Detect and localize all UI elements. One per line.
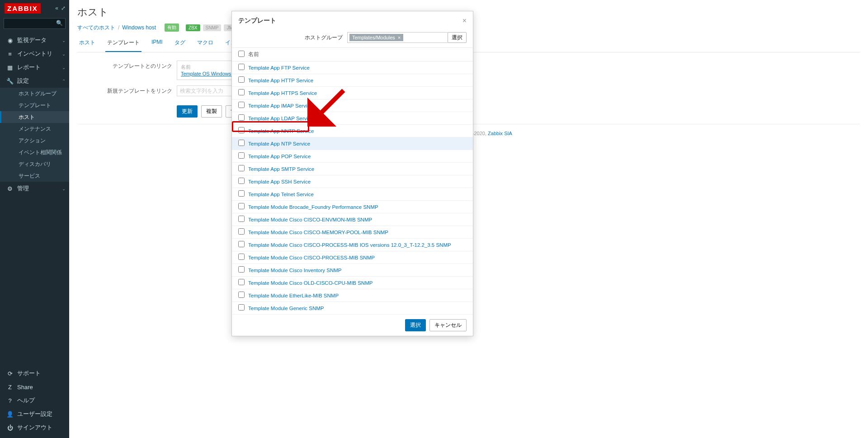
select-all-checkbox[interactable] <box>238 51 245 57</box>
item-link[interactable]: Template App POP Service <box>248 154 311 159</box>
list-item[interactable]: Template App IMAP Service <box>232 99 473 112</box>
nav-help[interactable]: ?ヘルプ <box>0 394 69 407</box>
item-link[interactable]: Template App LDAP Service <box>248 116 313 121</box>
item-link[interactable]: Template Module Brocade_Foundry Performa… <box>248 204 378 210</box>
tab-ipmi[interactable]: IPMI <box>150 36 165 52</box>
list-item[interactable]: Template App NTP Service <box>232 137 473 150</box>
list-item[interactable]: Template Module Cisco CISCO-PROCESS-MIB … <box>232 239 473 251</box>
item-checkbox[interactable] <box>238 292 245 298</box>
item-link[interactable]: Template Module Cisco CISCO-ENVMON-MIB S… <box>248 217 372 222</box>
item-link[interactable]: Template App SMTP Service <box>248 166 314 172</box>
item-link[interactable]: Template App FTP Service <box>248 65 310 71</box>
item-checkbox[interactable] <box>238 178 245 184</box>
item-checkbox[interactable] <box>238 127 245 133</box>
list-item[interactable]: Template Module Cisco CISCO-PROCESS-MIB … <box>232 251 473 264</box>
item-checkbox[interactable] <box>238 152 245 159</box>
item-checkbox[interactable] <box>238 76 245 83</box>
list-item[interactable]: Template App NNTP Service <box>232 125 473 137</box>
item-checkbox[interactable] <box>238 266 245 273</box>
nav-signout[interactable]: ⏻サインアウト <box>0 421 69 434</box>
nav-reports[interactable]: ▦レポート⌄ <box>0 61 69 74</box>
item-checkbox[interactable] <box>238 304 245 311</box>
item-checkbox[interactable] <box>238 279 245 285</box>
list-item[interactable]: Template App HTTP Service <box>232 74 473 87</box>
logo[interactable]: ZABBIX <box>5 3 41 14</box>
footer-link[interactable]: Zabbix SIA <box>488 131 512 136</box>
item-link[interactable]: Template Module EtherLike-MIB SNMP <box>248 293 339 298</box>
list-item[interactable]: Template Module Generic SNMP <box>232 302 473 315</box>
tab-host[interactable]: ホスト <box>77 36 97 52</box>
item-checkbox[interactable] <box>238 102 245 108</box>
template-list[interactable]: 名前 Template App FTP ServiceTemplate App … <box>232 48 473 315</box>
nav-configuration[interactable]: 🔧設定⌃ <box>0 74 69 88</box>
item-checkbox[interactable] <box>238 190 245 197</box>
sub-discovery[interactable]: ディスカバリ <box>0 158 69 170</box>
list-item[interactable]: Template Module EtherLike-MIB SNMP <box>232 289 473 302</box>
item-link[interactable]: Template App IMAP Service <box>248 103 312 108</box>
crumb-allhosts[interactable]: すべてのホスト <box>77 24 115 32</box>
sub-correlation[interactable]: イベント相関関係 <box>0 146 69 158</box>
crumb-host[interactable]: Windows host <box>122 24 156 31</box>
item-link[interactable]: Template Module Cisco CISCO-PROCESS-MIB … <box>248 255 375 260</box>
expand-icon[interactable]: ⤢ <box>61 5 66 11</box>
hostgroup-chips[interactable]: Templates/Modules× <box>347 32 448 43</box>
close-icon[interactable]: × <box>462 17 467 25</box>
hostgroup-select-button[interactable]: 選択 <box>448 32 467 43</box>
sub-actions[interactable]: アクション <box>0 135 69 146</box>
list-item[interactable]: Template Module Cisco CISCO-ENVMON-MIB S… <box>232 213 473 226</box>
list-item[interactable]: Template App Telnet Service <box>232 188 473 201</box>
item-link[interactable]: Template Module Generic SNMP <box>248 306 324 311</box>
sub-maintenance[interactable]: メンテナンス <box>0 123 69 135</box>
item-checkbox[interactable] <box>238 241 245 247</box>
item-link[interactable]: Template App NTP Service <box>248 141 310 146</box>
list-item[interactable]: Template App LDAP Service <box>232 112 473 125</box>
nav-user[interactable]: 👤ユーザー設定 <box>0 407 69 421</box>
item-checkbox[interactable] <box>238 89 245 95</box>
item-checkbox[interactable] <box>238 228 245 235</box>
list-item[interactable]: Template App SMTP Service <box>232 163 473 175</box>
sub-hostgroups[interactable]: ホストグループ <box>0 88 69 99</box>
collapse-icon[interactable]: « <box>55 5 58 11</box>
item-link[interactable]: Template App SSH Service <box>248 179 311 184</box>
item-link[interactable]: Template Module Cisco CISCO-PROCESS-MIB … <box>248 242 451 248</box>
nav-share[interactable]: ZShare <box>0 380 69 394</box>
item-link[interactable]: Template App NNTP Service <box>248 128 314 134</box>
item-link[interactable]: Template App HTTP Service <box>248 78 313 83</box>
item-checkbox[interactable] <box>238 64 245 70</box>
clone-button[interactable]: 複製 <box>201 105 222 118</box>
modal-select-button[interactable]: 選択 <box>405 319 426 331</box>
list-item[interactable]: Template App SSH Service <box>232 175 473 188</box>
chip-remove-icon[interactable]: × <box>398 35 401 40</box>
nav-inventory[interactable]: ≡インベントリ⌄ <box>0 47 69 61</box>
item-link[interactable]: Template Module Cisco OLD-CISCO-CPU-MIB … <box>248 280 373 286</box>
item-link[interactable]: Template Module Cisco CISCO-MEMORY-POOL-… <box>248 230 388 235</box>
tab-templates[interactable]: テンプレート <box>105 36 142 52</box>
sub-hosts[interactable]: ホスト <box>0 111 69 123</box>
item-checkbox[interactable] <box>238 114 245 121</box>
list-item[interactable]: Template Module Cisco CISCO-MEMORY-POOL-… <box>232 226 473 239</box>
list-item[interactable]: Template App HTTPS Service <box>232 87 473 99</box>
list-item[interactable]: Template Module Brocade_Foundry Performa… <box>232 201 473 213</box>
item-checkbox[interactable] <box>238 254 245 260</box>
list-item[interactable]: Template Module Cisco Inventory SNMP <box>232 264 473 277</box>
item-link[interactable]: Template Module Cisco Inventory SNMP <box>248 268 341 273</box>
update-button[interactable]: 更新 <box>177 105 198 118</box>
item-checkbox[interactable] <box>238 203 245 209</box>
list-item[interactable]: Template App POP Service <box>232 150 473 163</box>
item-checkbox[interactable] <box>238 216 245 222</box>
sub-templates[interactable]: テンプレート <box>0 99 69 111</box>
modal-cancel-button[interactable]: キャンセル <box>429 319 467 331</box>
nav-administration[interactable]: ⚙管理⌄ <box>0 182 69 195</box>
item-link[interactable]: Template App Telnet Service <box>248 192 314 197</box>
sub-services[interactable]: サービス <box>0 170 69 182</box>
search-icon[interactable]: 🔍 <box>56 20 63 26</box>
tab-macros[interactable]: マクロ <box>195 36 215 52</box>
item-checkbox[interactable] <box>238 165 245 171</box>
tab-tags[interactable]: タグ <box>173 36 187 52</box>
nav-monitoring[interactable]: ◉監視データ⌄ <box>0 33 69 47</box>
item-link[interactable]: Template App HTTPS Service <box>248 90 317 96</box>
list-item[interactable]: Template Module Cisco OLD-CISCO-CPU-MIB … <box>232 277 473 289</box>
list-item[interactable]: Template App FTP Service <box>232 61 473 74</box>
item-checkbox[interactable] <box>238 140 245 146</box>
nav-support[interactable]: ⟳サポート <box>0 367 69 380</box>
